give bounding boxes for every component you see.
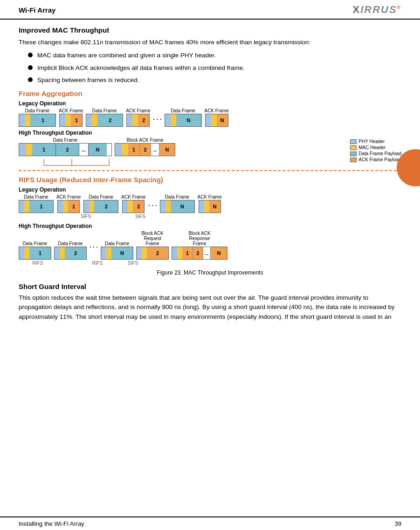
rifs-label-2: RIFS — [81, 261, 114, 266]
ack-section: N — [217, 114, 228, 126]
ack-frame-label: ACK Frame — [205, 108, 229, 113]
footer-left: Installing the Wi-Fi Array — [19, 520, 84, 527]
data-frame-label: Data Frame — [92, 108, 117, 113]
arrows-svg — [25, 158, 128, 166]
ack-frame-label: ACK Frame — [198, 194, 222, 200]
mac-section — [128, 200, 133, 213]
block-ack-request-label: Block ACKRequestFrame — [136, 231, 169, 246]
data-section: 1 — [30, 114, 55, 126]
legacy-op-label-2: Legacy Operation — [19, 186, 401, 193]
mac-section — [204, 200, 209, 213]
data-section: N — [111, 247, 133, 259]
sg-body: This option reduces the wait time betwee… — [19, 293, 401, 322]
phy-section — [60, 114, 65, 126]
sifs-label-3: SIFS — [117, 261, 149, 266]
dots: ... — [151, 144, 159, 156]
ack-frame-label: ACK Frame — [56, 194, 81, 200]
frame-ack-n: N — [205, 114, 228, 127]
section-mac-throughput: Improved MAC Throughput These changes ma… — [19, 26, 401, 85]
mac-section — [211, 114, 217, 126]
figure-caption: Figure 23. MAC Throughput Improvements — [19, 269, 401, 276]
frame-back: 1 2 ... N — [172, 247, 227, 260]
frame-ack-1: 1 — [59, 114, 83, 127]
list-item: MAC data frames are combined and given a… — [28, 51, 401, 60]
frame-aggregation-title: Frame Aggregation — [19, 89, 401, 97]
frame-aggregation-section: Frame Aggregation Legacy Operation Data … — [19, 89, 401, 276]
mac-section — [25, 114, 30, 126]
phy-section — [19, 144, 26, 156]
ack-frame-label: ACK Frame — [59, 108, 83, 113]
legacy-op-label: Legacy Operation — [19, 100, 401, 107]
phy-section — [101, 247, 106, 259]
frame-ht-d1: 1 — [19, 247, 51, 260]
data-section: 2 — [94, 200, 118, 213]
frame-ack-2: 2 — [126, 114, 150, 127]
ack-section: 1 — [68, 200, 79, 213]
page-header: Wi-Fi Array XIRRUS® — [0, 0, 420, 20]
data-frame-label: Data Frame — [105, 241, 130, 246]
phy-section — [127, 114, 132, 126]
frame-data-2: 2 — [86, 114, 123, 127]
phy-section — [206, 114, 211, 126]
ack-section: N — [159, 144, 175, 156]
mac-section — [106, 247, 111, 259]
legend-box-phy — [350, 139, 357, 144]
phy-section — [137, 247, 142, 259]
frame-ack-r1: 1 — [57, 200, 80, 213]
phy-section — [19, 200, 24, 213]
bullet-text: Spacing between frames is reduced. — [37, 76, 139, 85]
legend-box-ack — [350, 158, 357, 162]
data-section: 2 — [55, 144, 79, 156]
phy-section — [172, 247, 177, 259]
ack-section: N — [210, 247, 227, 259]
mac-section — [177, 247, 182, 259]
page-footer: Installing the Wi-Fi Array 39 — [0, 516, 420, 530]
dots-section: ... — [79, 144, 88, 156]
section-body: These changes make 802.11n transmission … — [19, 38, 401, 47]
dashed-separator — [19, 170, 401, 171]
list-item: Spacing between frames is reduced. — [28, 76, 401, 85]
mac-section — [60, 247, 65, 259]
data-section: 1 — [29, 247, 51, 259]
ack-section: 1 — [71, 114, 82, 126]
dots: . . . — [148, 200, 157, 207]
frame-data-ht: 1 2 ... N — [19, 143, 112, 156]
legend-item-mac: MAC Header — [350, 145, 401, 150]
ack-frame-label: ACK Frame — [126, 108, 150, 113]
data-section: N — [171, 200, 194, 213]
data-section: 1 — [29, 200, 53, 213]
frame-data-r1: 1 — [19, 200, 54, 213]
legend-item-phy: PHY Header — [350, 139, 401, 144]
ack-frame-label: ACK Frame — [121, 194, 145, 200]
logo: XIRRUS® — [352, 4, 401, 16]
phy-section — [165, 114, 171, 126]
frame-data-1: 1 — [19, 114, 56, 127]
high-throughput-label-2: High Throughput Operation — [19, 223, 401, 229]
bullet-dot — [28, 65, 33, 70]
mac-section — [92, 114, 97, 126]
mac-section — [65, 114, 71, 126]
frame-block-ack: 1 2 ... N — [115, 143, 175, 156]
list-item: Implicit Block ACK acknowledges all data… — [28, 63, 401, 73]
data-section: N — [176, 114, 201, 126]
phy-section — [160, 200, 165, 213]
data-frame-label: Data Frame — [58, 241, 83, 246]
legend-item-ack: ACK Frame Payload — [350, 157, 401, 162]
sifs-label-2: SIFS — [133, 214, 147, 219]
block-ack-label: Block ACK Frame — [127, 138, 164, 143]
frame-ht-dn: N — [101, 247, 133, 260]
data-frame-label: Data Frame — [23, 241, 48, 246]
dots: . . . — [153, 114, 161, 121]
ack-section: N — [209, 200, 220, 213]
mac-section — [63, 200, 68, 213]
ack-section: 2 — [139, 144, 151, 156]
sifs-label — [54, 214, 76, 219]
mac-section — [89, 200, 94, 213]
ack-section: 2 — [147, 247, 168, 259]
main-content: Improved MAC Throughput These changes ma… — [0, 20, 420, 344]
bullet-text: Implicit Block ACK acknowledges all data… — [37, 63, 245, 73]
legend-label-phy: PHY Header — [358, 139, 385, 144]
phy-section — [123, 200, 128, 213]
block-ack-response-label: Block ACKResponseFrame — [172, 231, 227, 246]
mac-section — [24, 247, 29, 259]
